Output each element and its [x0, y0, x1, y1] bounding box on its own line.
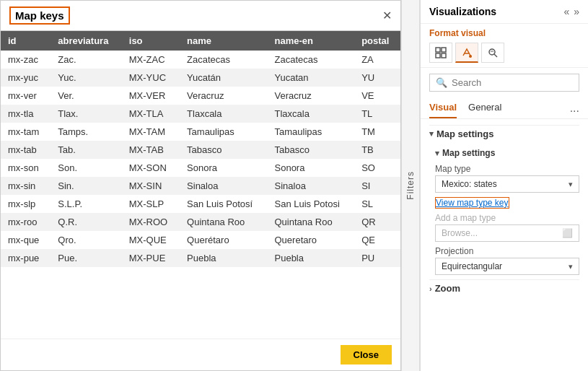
map-settings-sublabel: Map settings [442, 148, 495, 158]
table-cell: Tamps. [51, 123, 122, 141]
chevron-left-icon[interactable]: « [563, 6, 569, 17]
map-type-select[interactable]: Mexico: states ▾ [435, 175, 579, 193]
select-chevron-icon: ▾ [569, 180, 573, 189]
table-cell: MX-TAB [122, 141, 180, 159]
table-cell: MX-SLP [122, 195, 180, 213]
table-cell: SO [354, 159, 400, 177]
table-cell: Zac. [51, 51, 122, 69]
close-row: Close [1, 339, 400, 370]
grid-icon-button[interactable] [429, 43, 452, 63]
viz-title: Visualizations [429, 6, 496, 17]
zoom-chevron-icon: › [429, 284, 432, 293]
map-keys-title: Map keys [9, 6, 70, 25]
table-cell: ZA [354, 51, 400, 69]
filters-label: Filters [405, 171, 416, 200]
table-cell: TM [354, 123, 400, 141]
table-scroll-area: id abreviatura iso name name-en postal m… [1, 31, 400, 339]
table-cell: TL [354, 105, 400, 123]
table-cell: Sin. [51, 177, 122, 195]
search-map-icon [487, 47, 499, 58]
table-cell: Querétaro [180, 231, 267, 249]
col-name: name [180, 31, 267, 51]
svg-point-5 [489, 49, 495, 55]
table-header-row: id abreviatura iso name name-en postal [1, 31, 400, 51]
table-cell: Puebla [180, 249, 267, 267]
table-cell: Qro. [51, 231, 122, 249]
close-x-button[interactable]: ✕ [382, 10, 392, 22]
table-cell: San Luis Potosí [180, 195, 267, 213]
table-cell: Son. [51, 159, 122, 177]
table-cell: mx-tab [1, 141, 51, 159]
table-cell: Ver. [51, 87, 122, 105]
table-cell: S.L.P. [51, 195, 122, 213]
zoom-section[interactable]: › Zoom [429, 279, 579, 297]
table-cell: SL [354, 195, 400, 213]
table-cell: Tlaxcala [180, 105, 267, 123]
search-input[interactable] [452, 77, 573, 88]
table-cell: VE [354, 87, 400, 105]
table-cell: Quintana Roo [268, 213, 355, 231]
table-cell: Q.R. [51, 213, 122, 231]
tab-general[interactable]: General [468, 97, 501, 118]
view-map-link-wrapper: View map type key [435, 197, 579, 213]
view-map-type-key-link[interactable]: View map type key [435, 197, 509, 209]
paint-icon-button[interactable] [455, 43, 478, 63]
table-cell: MX-PUE [122, 249, 180, 267]
table-cell: PU [354, 249, 400, 267]
chevron-right-icon[interactable]: » [574, 6, 579, 17]
table-cell: Yuc. [51, 69, 122, 87]
col-postal: postal [354, 31, 400, 51]
browse-placeholder: Browse... [442, 228, 478, 238]
table-cell: MX-ROO [122, 213, 180, 231]
map-keys-table: id abreviatura iso name name-en postal m… [1, 31, 400, 267]
table-cell: MX-SON [122, 159, 180, 177]
table-row: mx-rooQ.R.MX-ROOQuintana RooQuintana Roo… [1, 213, 400, 231]
table-cell: Tamaulipas [268, 123, 355, 141]
table-cell: mx-sin [1, 177, 51, 195]
browse-box[interactable]: Browse... ⬜ [435, 224, 579, 242]
table-row: mx-yucYuc.MX-YUCYucatánYucatanYU [1, 69, 400, 87]
table-cell: Sonora [268, 159, 355, 177]
projection-label: Projection [435, 246, 579, 256]
table-cell: mx-tam [1, 123, 51, 141]
table-cell: San Luis Potosi [268, 195, 355, 213]
table-cell: Tabasco [180, 141, 267, 159]
map-settings-subsection[interactable]: ▾ Map settings [429, 147, 579, 161]
svg-rect-2 [436, 53, 440, 58]
table-cell: MX-ZAC [122, 51, 180, 69]
table-cell: Puebla [268, 249, 355, 267]
subsection-chevron-icon: ▾ [435, 149, 439, 158]
table-cell: Tabasco [268, 141, 355, 159]
visualizations-panel: Visualizations « » Format visual [420, 0, 588, 371]
search-icon: 🔍 [436, 77, 447, 88]
viz-body: ▾ Map settings ▾ Map settings Map type M… [421, 119, 588, 371]
table-cell: Tlax. [51, 105, 122, 123]
table-cell: MX-YUC [122, 69, 180, 87]
filters-strip[interactable]: Filters [401, 0, 420, 371]
close-button[interactable]: Close [341, 345, 392, 365]
grid-icon [435, 47, 447, 58]
map-type-value: Mexico: states [442, 179, 497, 189]
more-tabs-icon[interactable]: ... [570, 102, 579, 115]
table-cell: Sonora [180, 159, 267, 177]
table-cell: Veracruz [268, 87, 355, 105]
table-cell: mx-roo [1, 213, 51, 231]
table-cell: MX-SIN [122, 177, 180, 195]
table-row: mx-tabTab.MX-TABTabascoTabascoTB [1, 141, 400, 159]
col-abreviatura: abreviatura [51, 31, 122, 51]
search-map-icon-button[interactable] [481, 43, 504, 63]
browse-icon: ⬜ [562, 228, 573, 238]
table-cell: YU [354, 69, 400, 87]
zoom-label: Zoom [435, 283, 460, 294]
projection-select[interactable]: Equirectangular ▾ [435, 258, 579, 275]
table-cell: TB [354, 141, 400, 159]
svg-rect-0 [436, 48, 440, 52]
viz-header-icons: « » [563, 6, 579, 17]
map-settings-section[interactable]: ▾ Map settings [429, 125, 579, 142]
tab-visual[interactable]: Visual [429, 97, 457, 118]
search-box[interactable]: 🔍 [429, 74, 579, 92]
add-map-label: Add a map type [435, 213, 579, 223]
svg-line-6 [494, 54, 497, 57]
table-cell: QE [354, 231, 400, 249]
map-keys-header: Map keys ✕ [1, 1, 400, 31]
